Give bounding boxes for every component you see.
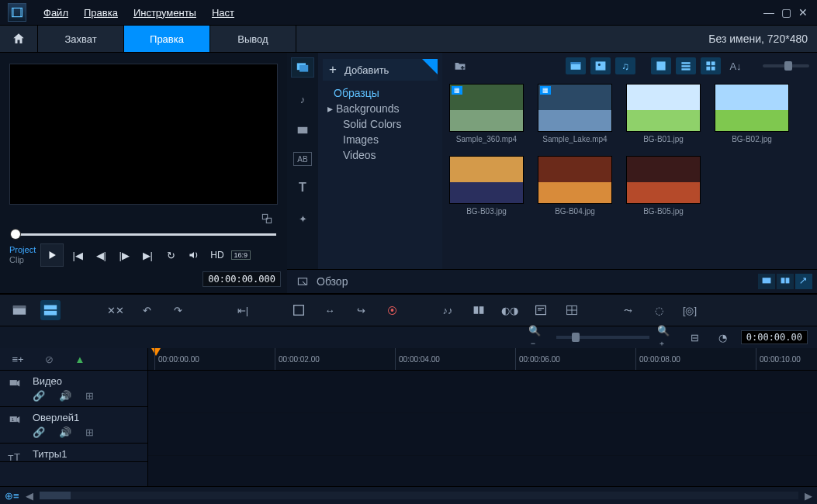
- library-item[interactable]: BG-B01.jpg: [627, 84, 700, 143]
- preview-viewport[interactable]: [9, 64, 278, 205]
- tree-backgrounds[interactable]: ▸ Backgrounds: [318, 101, 442, 116]
- menu-edit[interactable]: Правка: [76, 4, 126, 22]
- overview-button[interactable]: Обзор: [287, 275, 357, 288]
- menu-file[interactable]: Файл: [36, 4, 76, 22]
- filter-image-icon[interactable]: [590, 57, 611, 74]
- maximize-button[interactable]: ▢: [780, 6, 792, 19]
- libtab-audio[interactable]: ♪: [292, 90, 313, 109]
- libtab-filters[interactable]: ✦: [292, 209, 313, 228]
- track-options-icon[interactable]: ≡+: [8, 349, 28, 369]
- title-tool-icon[interactable]: [531, 300, 551, 320]
- storyboard-view-icon[interactable]: [9, 300, 29, 320]
- focus-icon[interactable]: [◎]: [680, 300, 700, 320]
- scroll-right-icon[interactable]: ▶: [805, 490, 812, 502]
- menu-settings[interactable]: Наст: [204, 4, 242, 22]
- libtab-media[interactable]: [291, 57, 314, 78]
- track-title-header[interactable]: ᴛT Титры1: [0, 444, 147, 462]
- zoom-out-icon[interactable]: 🔍﹣: [528, 327, 549, 347]
- library-item[interactable]: BG-B05.jpg: [627, 156, 700, 216]
- hd-toggle[interactable]: HD: [208, 250, 226, 261]
- panel-layout-3[interactable]: [795, 274, 812, 289]
- timeline-view-icon[interactable]: [40, 300, 61, 320]
- preview-mode-labels[interactable]: Project Clip: [9, 245, 36, 265]
- tree-videos[interactable]: Videos: [318, 147, 442, 163]
- crop-icon[interactable]: [289, 300, 309, 320]
- timeline-h-scrollbar[interactable]: [40, 492, 798, 499]
- library-item[interactable]: BG-B03.jpg: [450, 156, 523, 216]
- scroll-left-icon[interactable]: ◀: [26, 490, 33, 502]
- close-button[interactable]: ✕: [797, 6, 809, 19]
- clock-icon[interactable]: ◔: [713, 327, 733, 347]
- library-item[interactable]: BG-B04.jpg: [538, 156, 611, 216]
- track-overlay-header[interactable]: 1 Оверлей1 🔗🔊⊞: [0, 407, 147, 444]
- track-video-header[interactable]: Видео 🔗🔊⊞: [0, 371, 147, 407]
- effects-1-icon[interactable]: [469, 300, 489, 320]
- effects-2-icon[interactable]: ◐◑: [500, 300, 520, 320]
- tracking-icon[interactable]: ◌: [649, 300, 669, 320]
- timeline-timecode[interactable]: 0:00:00.00: [741, 330, 808, 344]
- step-back-button[interactable]: ◀|: [92, 246, 110, 264]
- fx-icon[interactable]: ⊞: [85, 390, 94, 402]
- library-item[interactable]: BG-B02.jpg: [715, 84, 788, 143]
- mark-in-icon[interactable]: ⇤|: [233, 300, 253, 320]
- link-icon[interactable]: 🔗: [33, 426, 45, 438]
- mode-edit[interactable]: Правка: [124, 26, 210, 52]
- play-button[interactable]: [40, 243, 64, 267]
- libtab-text[interactable]: T: [292, 178, 313, 197]
- fx-icon[interactable]: ⊞: [85, 426, 94, 438]
- go-start-button[interactable]: |◀: [68, 246, 87, 264]
- timeline-tracks-area[interactable]: [148, 371, 817, 486]
- add-media-button[interactable]: +Добавить: [323, 59, 438, 81]
- view-list-icon[interactable]: [676, 57, 696, 74]
- import-folder-icon[interactable]: [450, 57, 470, 74]
- preview-timecode[interactable]: 00:00:00.000: [203, 271, 281, 287]
- insert-icon[interactable]: ↪: [351, 300, 371, 320]
- tree-samples[interactable]: Образцы: [318, 85, 442, 101]
- preview-resize-icon[interactable]: [258, 209, 276, 228]
- thumb-size-slider[interactable]: [763, 64, 809, 67]
- track-marker-icon[interactable]: ▲: [70, 349, 90, 369]
- aspect-toggle[interactable]: 16:9: [231, 250, 251, 260]
- library-item[interactable]: ▦Sample_360.mp4: [450, 84, 523, 143]
- libtab-titles[interactable]: AB: [293, 152, 312, 166]
- menu-tools[interactable]: Инструменты: [126, 4, 204, 22]
- mode-output[interactable]: Вывод: [210, 26, 296, 52]
- track-disable-icon[interactable]: ⊘: [39, 349, 59, 369]
- view-large-icon[interactable]: [651, 57, 671, 74]
- grid-tool-icon[interactable]: [562, 300, 582, 320]
- preview-scrubber[interactable]: [11, 230, 276, 239]
- fit-icon[interactable]: ⊟: [685, 327, 705, 347]
- mute-icon[interactable]: 🔊: [59, 390, 71, 402]
- motion-icon[interactable]: ⤳: [618, 300, 638, 320]
- step-fwd-button[interactable]: |▶: [115, 246, 133, 264]
- zoom-in-icon[interactable]: 🔍﹢: [657, 327, 677, 347]
- filter-video-icon[interactable]: [566, 57, 586, 74]
- library-item[interactable]: ▦Sample_Lake.mp4: [538, 84, 611, 143]
- record-icon[interactable]: ⦿: [382, 300, 402, 320]
- timeline-ruler[interactable]: 00:00:00.0000:00:02.0000:00:04.0000:00:0…: [148, 348, 817, 371]
- view-grid-icon[interactable]: [701, 57, 721, 74]
- mode-capture[interactable]: Захват: [38, 26, 124, 52]
- libtab-transitions[interactable]: [292, 121, 313, 140]
- tree-solid-colors[interactable]: Solid Colors: [318, 116, 442, 132]
- audio-mixer-icon[interactable]: ♪♪: [438, 300, 458, 320]
- tree-images[interactable]: Images: [318, 132, 442, 147]
- panel-layout-2[interactable]: [777, 274, 794, 289]
- loop-button[interactable]: ↻: [161, 246, 180, 264]
- mute-icon[interactable]: 🔊: [59, 426, 71, 438]
- scrubber-handle[interactable]: [11, 230, 20, 239]
- sort-icon[interactable]: A↓: [725, 57, 746, 74]
- go-end-button[interactable]: ▶|: [138, 246, 157, 264]
- home-button[interactable]: [0, 26, 38, 52]
- add-track-button[interactable]: ⊕≡: [5, 490, 19, 502]
- zoom-slider[interactable]: [556, 336, 649, 339]
- link-icon[interactable]: 🔗: [33, 390, 45, 402]
- panel-layout-1[interactable]: [758, 274, 775, 289]
- volume-button[interactable]: [185, 246, 203, 264]
- filter-audio-icon[interactable]: ♫: [615, 57, 635, 74]
- minimize-button[interactable]: —: [763, 6, 775, 19]
- tools-icon[interactable]: ✕✕: [106, 300, 126, 320]
- stretch-icon[interactable]: ↔: [320, 300, 340, 320]
- undo-icon[interactable]: ↶: [137, 300, 157, 320]
- redo-icon[interactable]: ↷: [168, 300, 188, 320]
